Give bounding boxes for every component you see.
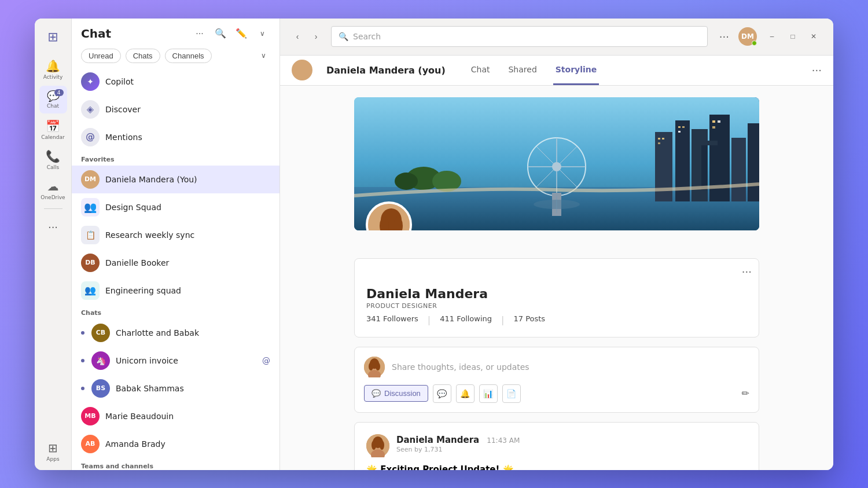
sidebar-item-marie[interactable]: MB Marie Beaudouin bbox=[72, 402, 279, 430]
nav-teams-icon[interactable]: ⊞ bbox=[39, 23, 67, 51]
nav-apps-label: Apps bbox=[46, 456, 59, 462]
nav-chat-label: Chat bbox=[47, 103, 59, 109]
sidebar-item-discover[interactable]: ◈ Discover bbox=[72, 96, 279, 123]
sidebar-item-charlotte[interactable]: CB Charlotte and Babak bbox=[72, 319, 279, 347]
daniela-label: Daniela Mandera (You) bbox=[105, 175, 197, 184]
search-bar[interactable]: 🔍 Search bbox=[331, 26, 708, 47]
profile-more-button[interactable]: ··· bbox=[742, 266, 752, 278]
tab-shared[interactable]: Shared bbox=[506, 55, 539, 85]
nav-arrows: ‹ › bbox=[289, 28, 324, 45]
design-squad-avatar: 👥 bbox=[81, 198, 100, 217]
profile-header-avatar bbox=[292, 60, 312, 80]
nav-onedrive-label: OneDrive bbox=[41, 195, 65, 200]
forward-button[interactable]: › bbox=[308, 28, 324, 45]
amanda-avatar: AB bbox=[81, 435, 100, 453]
post-seen: Seen by 1,731 bbox=[396, 446, 747, 453]
edit-icon[interactable]: ✏️ bbox=[742, 388, 749, 399]
svg-rect-17 bbox=[701, 144, 707, 190]
profile-card: Daniela Mandera PRODUCT DESIGNER 341 Fol… bbox=[354, 258, 759, 337]
tab-storyline[interactable]: Storyline bbox=[553, 55, 599, 85]
marie-avatar: MB bbox=[81, 407, 100, 425]
sidebar-item-unicorn[interactable]: 🦄 Unicorn invoice @ bbox=[72, 347, 279, 375]
sidebar-more-button[interactable]: ··· bbox=[192, 25, 208, 42]
design-squad-label: Design Squad bbox=[105, 203, 161, 212]
svg-point-42 bbox=[369, 362, 373, 370]
sidebar-header-actions: ··· 🔍 ✏️ ∨ bbox=[192, 25, 270, 42]
filter-unread[interactable]: Unread bbox=[81, 49, 121, 63]
sidebar-header: Chat ··· 🔍 ✏️ ∨ bbox=[72, 19, 279, 46]
discussion-button[interactable]: 💬 Discussion bbox=[364, 385, 428, 402]
danielle-avatar: DB bbox=[81, 254, 100, 272]
profile-header-more-button[interactable]: ··· bbox=[812, 64, 822, 76]
amanda-label: Amanda Brady bbox=[105, 439, 165, 449]
maximize-button[interactable]: □ bbox=[782, 27, 803, 46]
tab-chat[interactable]: Chat bbox=[469, 55, 492, 85]
nav-apps[interactable]: ⊞ Apps bbox=[39, 438, 67, 465]
nav-onedrive[interactable]: ☁️ OneDrive bbox=[39, 176, 67, 204]
unicorn-label: Unicorn invoice bbox=[116, 356, 178, 365]
post-author-line: Daniela Mandera 11:43 AM bbox=[396, 434, 747, 445]
unicorn-unread-dot bbox=[81, 359, 84, 362]
discover-label: Discover bbox=[105, 105, 141, 114]
nav-calls-label: Calls bbox=[47, 164, 60, 170]
search-placeholder: Search bbox=[353, 32, 381, 41]
sidebar-item-eng-squad[interactable]: 👥 Engineering squad bbox=[72, 277, 279, 304]
sidebar-item-mentions[interactable]: @ Mentions bbox=[72, 123, 279, 151]
notify-button[interactable]: 🔔 bbox=[456, 384, 475, 403]
sidebar-item-design-squad[interactable]: 👥 Design Squad bbox=[72, 193, 279, 221]
sidebar-compose-button[interactable]: ✏️ bbox=[233, 25, 249, 42]
svg-rect-11 bbox=[678, 126, 681, 128]
filter-chats[interactable]: Chats bbox=[126, 49, 160, 63]
sidebar-item-danielle[interactable]: DB Danielle Booker bbox=[72, 249, 279, 277]
discover-avatar: ◈ bbox=[81, 100, 100, 119]
onedrive-icon: ☁️ bbox=[47, 179, 59, 193]
topbar-more-button[interactable]: ··· bbox=[715, 28, 734, 45]
poll-button[interactable]: 📊 bbox=[479, 384, 498, 403]
filter-expand-button[interactable]: ∨ bbox=[256, 49, 270, 63]
profile-full-name: Daniela Mandera bbox=[366, 287, 747, 301]
danielle-label: Danielle Booker bbox=[105, 258, 169, 267]
sidebar-item-daniela[interactable]: DM Daniela Mandera (You) bbox=[72, 166, 279, 193]
doc-button[interactable]: 📄 bbox=[502, 384, 521, 403]
charlotte-avatar: CB bbox=[91, 324, 110, 342]
nav-chat[interactable]: 💬 Chat 4 bbox=[39, 86, 67, 113]
svg-rect-10 bbox=[658, 142, 660, 144]
nav-activity[interactable]: 🔔 Activity bbox=[39, 56, 67, 83]
user-avatar[interactable]: DM bbox=[738, 27, 757, 46]
profile-area: Daniela Mandera PRODUCT DESIGNER 341 Fol… bbox=[280, 86, 833, 470]
back-button[interactable]: ‹ bbox=[289, 28, 306, 45]
unicorn-avatar: 🦄 bbox=[91, 351, 110, 370]
nav-calendar[interactable]: 📅 Calendar bbox=[39, 116, 67, 144]
svg-rect-6 bbox=[731, 138, 746, 201]
nav-calls[interactable]: 📞 Calls bbox=[39, 146, 67, 174]
followers-stat: 341 Followers bbox=[366, 314, 418, 325]
topbar-right: ··· DM – □ ✕ bbox=[715, 27, 824, 46]
sidebar-item-amanda[interactable]: AB Amanda Brady bbox=[72, 430, 279, 458]
close-button[interactable]: ✕ bbox=[803, 27, 824, 46]
sidebar-search-button[interactable]: 🔍 bbox=[212, 25, 229, 42]
profile-info: Daniela Mandera PRODUCT DESIGNER 341 Fol… bbox=[366, 287, 747, 325]
sidebar-item-research[interactable]: 📋 Research weekly sync bbox=[72, 221, 279, 249]
post-card: Daniela Mandera 11:43 AM Seen by 1,731 🌟… bbox=[354, 422, 759, 470]
online-status-dot bbox=[752, 41, 757, 46]
sidebar-item-copilot[interactable]: ✦ Copilot bbox=[72, 68, 279, 96]
topbar: ‹ › 🔍 Search ··· DM – □ ✕ bbox=[280, 19, 833, 56]
filter-channels[interactable]: Channels bbox=[165, 49, 212, 63]
nav-rail: ⊞ 🔔 Activity 💬 Chat 4 📅 Calendar 📞 Calls… bbox=[35, 19, 72, 470]
sidebar-expand-button[interactable]: ∨ bbox=[254, 25, 270, 42]
sidebar-item-babak[interactable]: BS Babak Shammas bbox=[72, 375, 279, 402]
nav-more[interactable]: ··· bbox=[39, 214, 67, 241]
copilot-label: Copilot bbox=[105, 77, 134, 86]
teams-label: Teams and channels bbox=[72, 458, 279, 470]
calendar-icon: 📅 bbox=[46, 119, 60, 133]
minimize-button[interactable]: – bbox=[762, 27, 782, 46]
discussion-icon: 💬 bbox=[372, 389, 381, 398]
svg-rect-16 bbox=[712, 126, 715, 129]
svg-rect-15 bbox=[718, 120, 720, 123]
unicorn-mention-icon: @ bbox=[262, 356, 270, 365]
window-controls: – □ ✕ bbox=[762, 27, 824, 46]
search-icon: 🔍 bbox=[339, 32, 348, 41]
activity-icon: 🔔 bbox=[46, 59, 60, 73]
post-title: 🌟 Exciting Project Update! 🌟 bbox=[366, 464, 747, 470]
chat-post-button[interactable]: 💬 bbox=[433, 384, 451, 403]
